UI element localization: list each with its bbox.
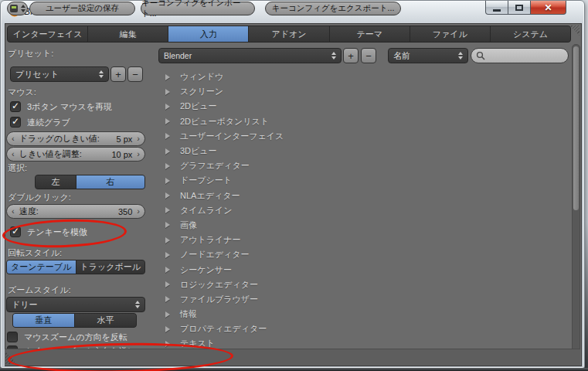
keymap-category-row[interactable]: ユーザーインターフェイス [158,129,564,144]
tab-input[interactable]: 入力 [168,26,248,42]
checkbox-box[interactable] [10,226,21,237]
keymap-category-row[interactable]: タイムライン [158,203,564,218]
keymap-category-row[interactable]: 2Dビューボタンリスト [158,114,564,129]
minimize-icon [493,9,501,12]
expand-triangle-icon[interactable] [165,252,170,258]
dropdown-arrows-icon [99,70,104,78]
keymap-category-row[interactable]: ドープシート [158,173,564,188]
add-keyconfig-button[interactable]: + [343,48,359,63]
keymap-category-row[interactable]: ファイルブラウザー [158,292,564,307]
keymap-category-row[interactable]: プロパティエディター [158,322,564,336]
expand-triangle-icon[interactable] [165,178,170,184]
orbit-trackball-button[interactable]: トラックボール [76,260,145,274]
orbit-turntable-button[interactable]: ターンテーブル [7,260,76,274]
expand-triangle-icon[interactable] [165,281,170,288]
increment-arrow-icon[interactable]: › [137,134,140,143]
tab-themes[interactable]: テーマ [330,26,410,42]
keyconfig-select[interactable]: Blender [158,48,342,63]
keymap-category-row[interactable]: スクリーン [158,84,564,99]
expand-triangle-icon[interactable] [165,311,170,318]
expand-triangle-icon[interactable] [165,89,170,95]
tweak-threshold-slider[interactable]: ‹ しきい値を調整: 10 px › [6,147,145,162]
preferences-section-tabs: インターフェイス編集入力アドオンテーマファイルシステム [7,26,571,43]
expand-triangle-icon[interactable] [165,133,170,139]
export-key-configuration-button[interactable]: キーコンフィグをエクスポート... [265,2,401,15]
checkbox-label: テンキーを模倣 [27,226,87,238]
zoom-axis-horizontal-button[interactable]: 水平 [75,314,136,327]
remove-keyconfig-button[interactable]: − [361,48,376,63]
expand-triangle-icon[interactable] [165,74,170,80]
keymap-category-row[interactable]: シーケンサー [158,262,564,277]
expand-triangle-icon[interactable] [165,267,170,273]
select-with-toggle: 左右 [35,175,145,189]
keymap-search-input[interactable] [471,48,569,63]
expand-triangle-icon[interactable] [165,148,170,155]
add-preset-button[interactable]: + [110,66,126,82]
tab-system[interactable]: システム [491,26,570,42]
preset-label: プリセット: [8,48,53,60]
save-user-settings-label: ユーザー設定の保存 [46,3,119,14]
expand-triangle-icon[interactable] [165,192,170,199]
expand-triangle-icon[interactable] [165,237,170,243]
close-button[interactable]: ✕ [531,1,566,15]
keymap-category-row[interactable]: ノードエディター [158,247,564,262]
keymap-category-row[interactable]: ウィンドウ [158,70,564,84]
expand-triangle-icon[interactable] [165,118,170,124]
select-with-right-button[interactable]: 右 [76,175,144,189]
keymap-category-row[interactable]: グラフエディター [158,158,564,173]
keymap-category-label: スクリーン [180,86,223,97]
keymap-category-label: ユーザーインターフェイス [180,131,284,142]
double-click-speed-slider[interactable]: ‹ 速度: 350 › [6,204,145,219]
expand-triangle-icon[interactable] [165,163,170,169]
emulate-3-button-mouse-checkbox[interactable]: 3ボタン マウスを再現 [10,100,112,113]
drag-threshold-slider[interactable]: ‹ ドラッグのしきい値: 5 px › [6,131,145,146]
tab-addons[interactable]: アドオン [249,26,328,42]
keymap-category-row[interactable]: 2Dビュー [158,99,564,114]
filter-type-select[interactable]: 名前 [388,48,468,63]
import-key-configuration-button[interactable]: キーコンフィグをインポート... [141,2,255,15]
checkbox-box[interactable] [7,332,18,342]
expand-triangle-icon[interactable] [165,104,170,110]
export-key-configuration-label: キーコンフィグをエクスポート... [272,3,395,14]
keymap-category-row[interactable]: 情報 [158,307,564,322]
save-user-settings-button[interactable]: ユーザー設定の保存 [29,2,135,15]
keymap-category-row[interactable]: 3Dビュー [158,144,564,158]
keymap-category-row[interactable]: NLAエディター [158,189,564,203]
keymap-category-label: ウィンドウ [180,71,223,83]
zoom-style-value: ドリー [12,299,38,311]
keymap-category-label: 画像 [180,220,197,231]
preset-select[interactable]: プリセット [10,66,109,82]
expand-triangle-icon[interactable] [165,207,170,213]
zoom-axis-vertical-button[interactable]: 垂直 [13,314,74,327]
remove-preset-button[interactable]: − [127,66,143,82]
decrement-arrow-icon[interactable]: ‹ [12,150,15,158]
keymap-category-row[interactable]: 画像 [158,218,564,233]
tab-interface[interactable]: インターフェイス [8,26,87,42]
tab-file[interactable]: ファイル [410,26,490,42]
increment-arrow-icon[interactable]: › [137,150,140,158]
select-with-left-button[interactable]: 左 [36,175,76,189]
keymap-category-label: 2Dビュー [180,100,217,112]
checkbox-box[interactable] [10,117,21,128]
minimize-button[interactable] [485,1,508,15]
increment-arrow-icon[interactable]: › [137,207,140,216]
invert-mouse-zoom-checkbox[interactable]: マウスズームの方向を反転 [7,331,127,343]
continuous-grab-checkbox[interactable]: 連続グラブ [10,116,70,128]
scrollbar-thumb[interactable] [573,46,579,210]
tab-editing[interactable]: 編集 [88,26,168,42]
expand-triangle-icon[interactable] [165,296,170,302]
decrement-arrow-icon[interactable]: ‹ [12,134,15,143]
zoom-style-select[interactable]: ドリー [6,297,145,312]
expand-triangle-icon[interactable] [165,341,170,347]
expand-triangle-icon[interactable] [165,326,170,332]
maximize-button[interactable] [508,1,531,15]
editor-type-select[interactable] [7,2,28,15]
vertical-scrollbar[interactable] [572,44,580,362]
decrement-arrow-icon[interactable]: ‹ [12,207,15,216]
keymap-category-row[interactable]: ロジックエディター [158,277,564,292]
checkbox-box[interactable] [10,101,21,112]
keyconfig-value: Blender [164,51,192,60]
keymap-category-row[interactable]: アウトライナー [158,233,564,247]
expand-triangle-icon[interactable] [165,222,170,228]
emulate-numpad-checkbox[interactable]: テンキーを模倣 [10,226,87,238]
